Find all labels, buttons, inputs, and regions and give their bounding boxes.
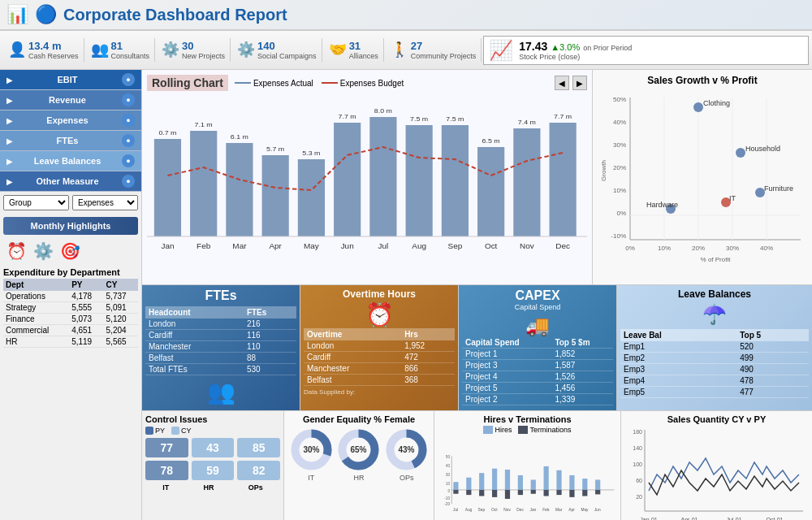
ftes-cell-count: 216 (244, 318, 296, 330)
main-area: Rolling Chart Expenses Actual Expenses B… (142, 70, 812, 520)
overtime-cell-hrs: 472 (401, 352, 455, 363)
svg-rect-97 (518, 490, 523, 495)
chart-prev-btn[interactable]: ◀ (555, 76, 569, 90)
projects-icon: ⚙️ (162, 41, 179, 58)
svg-text:Furniture: Furniture (764, 184, 793, 193)
community-icon: 🚶 (391, 41, 408, 58)
svg-text:180: 180 (633, 429, 642, 435)
svg-rect-10 (513, 128, 540, 236)
projects-label: New Projects (182, 52, 225, 61)
sidebar-item-ftes[interactable]: ▶ FTEs ● (0, 131, 141, 151)
group-select[interactable]: Group (3, 195, 69, 210)
svg-text:Growth: Growth (600, 160, 607, 181)
expenses-select[interactable]: Expenses (72, 195, 138, 210)
ci-cell-85: 85 (237, 438, 280, 457)
exp-dept-title: Expenditure by Department (3, 267, 138, 277)
sales-growth-title: Sales Growth v % Profit (598, 75, 807, 86)
sales-qty-box: Sales Quantity CY v PY 180 140 100 60 20 (621, 411, 812, 520)
svg-text:10: 10 (446, 482, 451, 486)
svg-rect-4 (298, 159, 325, 236)
svg-rect-90 (479, 473, 484, 490)
svg-rect-108 (595, 479, 600, 489)
main-content: ▶ EBIT ● ▶ Revenue ● ▶ Expenses ● ▶ FTEs… (0, 70, 812, 520)
expenses-btn[interactable]: ● (122, 114, 135, 127)
svg-text:Feb: Feb (197, 241, 210, 249)
svg-text:Apr: Apr (568, 508, 575, 512)
ftes-btn[interactable]: ● (122, 134, 135, 147)
sidebar-item-ebit[interactable]: ▶ EBIT ● (0, 70, 141, 90)
revenue-btn[interactable]: ● (122, 93, 135, 106)
leave-cell-bal: 478 (736, 375, 809, 387)
overtime-table: Overtime Hrs London 1,952Cardiff 472Manc… (304, 328, 455, 386)
svg-rect-101 (544, 490, 549, 496)
projects-value: 30 (182, 40, 225, 52)
svg-text:6.1 m: 6.1 m (231, 132, 248, 140)
svg-text:7.5 m: 7.5 m (410, 115, 428, 122)
sidebar-item-revenue[interactable]: ▶ Revenue ● (0, 90, 141, 110)
ci-legend-py: PY (145, 427, 165, 435)
leave-cell-bal: 499 (736, 353, 809, 364)
expenses-label: Expenses (46, 115, 88, 125)
ci-cell-59: 59 (192, 461, 235, 480)
legend-actual: Expenses Actual (235, 79, 313, 88)
ftes-header-ftes: FTEs (244, 306, 296, 318)
overtime-title: Overtime Hours (304, 288, 455, 300)
svg-point-58 (736, 148, 745, 158)
leave-cell-emp: Emp2 (620, 353, 736, 364)
budget-line-icon (322, 82, 338, 84)
leave-arrow: ▶ (6, 157, 13, 166)
sq-title: Sales Quantity CY v PY (624, 414, 809, 424)
monthly-highlights-btn[interactable]: Monthly Highlights (3, 217, 138, 235)
svg-text:0.7 m: 0.7 m (158, 128, 176, 136)
community-label: Community Projects (411, 52, 477, 61)
svg-text:50: 50 (446, 455, 451, 459)
exp-dept-cell-cy: 5,091 (104, 302, 138, 314)
chart-header: Rolling Chart Expenses Actual Expenses B… (147, 75, 587, 91)
svg-text:Jul-01: Jul-01 (726, 517, 741, 520)
ftes-cell-loc: Cardiff (145, 330, 244, 341)
consultants-icon: 👥 (91, 41, 109, 58)
overtime-box: Overtime Hours ⏰ Overtime Hrs London 1,9… (300, 285, 459, 410)
ebit-btn[interactable]: ● (122, 73, 135, 86)
svg-text:Dec: Dec (516, 508, 524, 512)
svg-text:40%: 40% (760, 245, 773, 252)
ftes-row: London 216 (145, 318, 296, 330)
svg-text:Oct: Oct (485, 241, 498, 249)
svg-text:May: May (304, 241, 319, 249)
sidebar-item-leave[interactable]: ▶ Leave Balances ● (0, 151, 141, 171)
svg-rect-105 (569, 490, 574, 497)
svg-text:6.5 m: 6.5 m (482, 136, 500, 144)
capex-cell-value: 1,852 (551, 349, 613, 360)
svg-rect-107 (582, 490, 587, 496)
rolling-chart-title: Rolling Chart (147, 75, 228, 91)
chart-next-btn[interactable]: ▶ (572, 76, 587, 90)
leave-btn[interactable]: ● (122, 154, 135, 167)
svg-rect-88 (466, 478, 471, 490)
svg-rect-3 (262, 155, 289, 236)
svg-text:40: 40 (446, 464, 451, 468)
svg-rect-102 (556, 470, 561, 490)
target-icon: 🎯 (60, 241, 80, 261)
svg-rect-89 (466, 490, 471, 495)
svg-text:Jan: Jan (161, 241, 174, 249)
other-btn[interactable]: ● (122, 175, 135, 188)
svg-text:-20: -20 (444, 502, 450, 506)
other-arrow: ▶ (6, 177, 13, 186)
svg-text:0%: 0% (625, 245, 635, 252)
exp-dept-cell-dept: HR (3, 336, 69, 348)
overtime-row: Belfast 368 (304, 375, 455, 386)
svg-text:Hardware: Hardware (646, 201, 678, 209)
legend-budget: Expenses Budget (322, 79, 404, 88)
stock-change-label: on Prior Period (583, 44, 632, 52)
gender-ops-donut-icon: 43% (384, 427, 429, 472)
campaigns-icon: ⚙️ (237, 41, 255, 58)
overtime-cell-hrs: 1,952 (401, 340, 455, 352)
sidebar-item-other[interactable]: ▶ Other Measure ● (0, 171, 141, 192)
exp-dept-cell-dept: Strategy (3, 302, 69, 314)
svg-text:Oct: Oct (491, 508, 498, 512)
kpi-campaigns: ⚙️ 140 Social Campaigns (232, 38, 322, 63)
sidebar-item-expenses[interactable]: ▶ Expenses ● (0, 110, 141, 131)
svg-text:Clothing: Clothing (703, 99, 730, 107)
ftes-nav-label: FTEs (57, 136, 79, 145)
svg-text:Feb: Feb (542, 508, 550, 512)
